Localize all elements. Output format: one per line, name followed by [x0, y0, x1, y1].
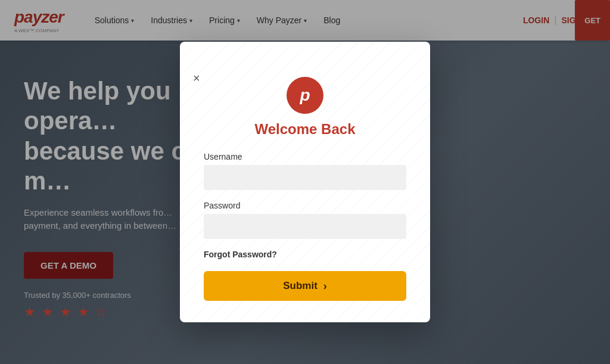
- modal-logo-circle: p: [287, 77, 323, 114]
- username-label: Username: [204, 152, 406, 161]
- modal-logo-wrap: p: [204, 77, 406, 114]
- password-input[interactable]: [204, 214, 406, 239]
- username-input[interactable]: [204, 165, 406, 190]
- login-modal: × p Welcome Back Username Password Forgo…: [180, 42, 430, 322]
- chevron-right-icon: ›: [323, 280, 327, 293]
- password-label: Password: [204, 201, 406, 210]
- modal-overlay[interactable]: × p Welcome Back Username Password Forgo…: [0, 0, 610, 364]
- username-field-group: Username: [204, 152, 406, 201]
- forgot-password-link[interactable]: Forgot Password?: [204, 250, 406, 259]
- close-button[interactable]: ×: [193, 71, 200, 85]
- modal-logo-letter: p: [300, 86, 310, 105]
- submit-button[interactable]: Submit ›: [204, 271, 406, 301]
- password-field-group: Password: [204, 201, 406, 250]
- modal-title: Welcome Back: [204, 121, 406, 138]
